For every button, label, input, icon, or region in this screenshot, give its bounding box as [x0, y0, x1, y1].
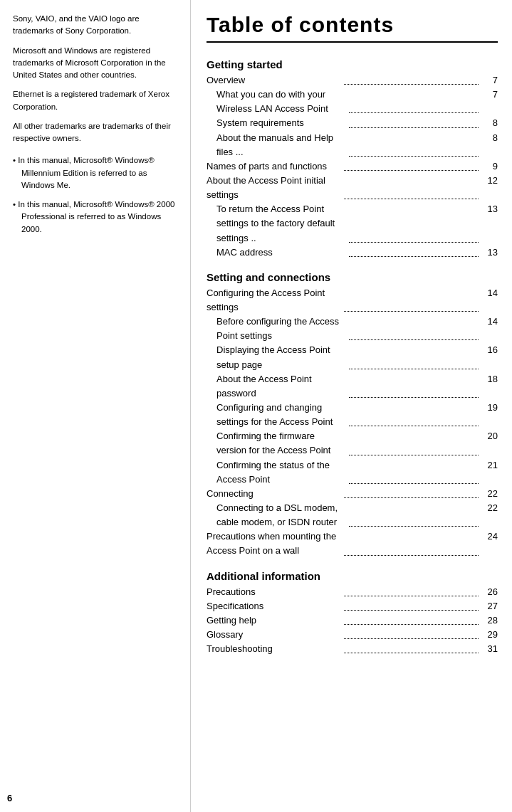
dot-leader — [349, 202, 479, 242]
toc-label: Glossary — [207, 628, 342, 642]
dot-leader — [349, 401, 479, 426]
toc-page: 26 — [481, 585, 498, 599]
section-heading-additional: Additional information — [207, 570, 498, 582]
right-panel: Table of contents Getting started Overvi… — [191, 0, 512, 812]
dot-leader — [344, 599, 479, 611]
toc-page: 8 — [481, 131, 498, 159]
dot-leader — [349, 458, 479, 484]
toc-label: System requirements — [216, 116, 347, 130]
toc-page: 21 — [481, 458, 498, 487]
dot-leader — [349, 131, 479, 157]
dot-leader — [344, 73, 479, 85]
toc-label: Precautions when mounting the Access Poi… — [207, 529, 342, 558]
toc-label: About the manuals and Help files ... — [216, 131, 347, 159]
toc-page: 18 — [481, 372, 498, 401]
toc-page: 7 — [481, 73, 498, 88]
toc-entry: About the manuals and Help files ... 8 — [216, 131, 498, 159]
toc-label: Configuring the Access Point settings — [207, 286, 342, 315]
toc-page: 29 — [481, 628, 498, 642]
toc-entry: Precautions when mounting the Access Poi… — [207, 529, 498, 558]
trademark-microsoft: Microsoft and Windows are registered tra… — [13, 45, 179, 82]
dot-leader — [349, 372, 479, 398]
dot-leader — [344, 286, 479, 312]
dot-leader — [344, 585, 479, 596]
dot-leader — [344, 159, 479, 171]
toc-label: To return the Access Point settings to t… — [216, 202, 347, 245]
dot-leader — [349, 116, 479, 127]
toc-page: 7 — [481, 88, 498, 116]
toc-entry: Displaying the Access Point setup page 1… — [216, 343, 498, 371]
note-item-1: In this manual, Microsoft® Windows® Mill… — [13, 154, 179, 191]
section-heading-setting: Setting and connections — [207, 271, 498, 283]
trademark-sony: Sony, VAIO, and the VAIO logo are tradem… — [13, 13, 179, 38]
toc-page: 22 — [481, 487, 498, 501]
dot-leader — [344, 642, 479, 653]
toc-entry: To return the Access Point settings to t… — [216, 202, 498, 245]
toc-entry: Configuring the Access Point settings 14 — [207, 286, 498, 315]
toc-label: Configuring and changing settings for th… — [216, 401, 347, 429]
toc-entry: Connecting to a DSL modem, cable modem, … — [216, 501, 498, 529]
toc-label: Displaying the Access Point setup page — [216, 343, 347, 371]
toc-label: Specifications — [207, 599, 342, 613]
toc-label: Names of parts and functions — [207, 159, 342, 174]
toc-label: About the Access Point password — [216, 372, 347, 401]
toc-page: 13 — [481, 246, 498, 260]
toc-entry: Confirming the firmware version for the … — [216, 429, 498, 458]
trademark-others: All other trademarks are trademarks of t… — [13, 120, 179, 145]
trademarks: Sony, VAIO, and the VAIO logo are tradem… — [13, 13, 179, 144]
dot-leader — [344, 529, 479, 555]
left-panel: Sony, VAIO, and the VAIO logo are tradem… — [0, 0, 191, 812]
toc-label: Getting help — [207, 613, 342, 628]
toc-page: 9 — [481, 159, 498, 174]
toc-page: 22 — [481, 501, 498, 529]
toc-entry: Overview 7 — [207, 73, 498, 88]
toc-label: Overview — [207, 73, 342, 88]
toc-page: 31 — [481, 642, 498, 656]
toc-label: Precautions — [207, 585, 342, 599]
toc-page: 19 — [481, 401, 498, 429]
toc-label: Before configuring the Access Point sett… — [216, 315, 347, 343]
trademark-ethernet: Ethernet is a registered trademark of Xe… — [13, 88, 179, 113]
toc-entry: About the Access Point password 18 — [216, 372, 498, 401]
dot-leader — [344, 487, 479, 498]
toc-page: 12 — [481, 174, 498, 202]
toc-entry: About the Access Point initial settings … — [207, 174, 498, 202]
dot-leader — [349, 501, 479, 527]
toc-page: 28 — [481, 613, 498, 628]
toc-entry: Confirming the status of the Access Poin… — [216, 458, 498, 487]
toc-entry: Specifications 27 — [207, 599, 498, 613]
dot-leader — [344, 613, 479, 625]
toc-label: About the Access Point initial settings — [207, 174, 342, 202]
toc-label: Confirming the status of the Access Poin… — [216, 458, 347, 487]
toc-entry: Glossary 29 — [207, 628, 498, 642]
toc-page: 24 — [481, 529, 498, 558]
toc-entry: Getting help 28 — [207, 613, 498, 628]
toc-label: What you can do with your Wireless LAN A… — [216, 88, 347, 116]
dot-leader — [344, 628, 479, 639]
toc-label: Connecting to a DSL modem, cable modem, … — [216, 501, 347, 529]
toc-title: Table of contents — [207, 13, 498, 43]
toc-entry: Names of parts and functions 9 — [207, 159, 498, 174]
toc-page: 14 — [481, 315, 498, 343]
toc-entry: System requirements 8 — [216, 116, 498, 130]
dot-leader — [349, 246, 479, 257]
toc-entry: Connecting 22 — [207, 487, 498, 501]
dot-leader — [349, 429, 479, 455]
toc-entry: Before configuring the Access Point sett… — [216, 315, 498, 343]
toc-entry: MAC address 13 — [216, 246, 498, 260]
page-number-footer: 6 — [7, 793, 12, 803]
dot-leader — [349, 88, 479, 113]
toc-label: Confirming the firmware version for the … — [216, 429, 347, 458]
dot-leader — [349, 343, 479, 369]
toc-page: 13 — [481, 202, 498, 245]
notes-list: In this manual, Microsoft® Windows® Mill… — [13, 154, 179, 236]
toc-entry: Precautions 26 — [207, 585, 498, 599]
dot-leader — [349, 315, 479, 340]
toc-label: MAC address — [216, 246, 347, 260]
section-heading-getting-started: Getting started — [207, 58, 498, 70]
toc-entry: What you can do with your Wireless LAN A… — [216, 88, 498, 116]
toc-page: 8 — [481, 116, 498, 130]
toc-label: Connecting — [207, 487, 342, 501]
toc-label: Troubleshooting — [207, 642, 342, 656]
toc-page: 27 — [481, 599, 498, 613]
